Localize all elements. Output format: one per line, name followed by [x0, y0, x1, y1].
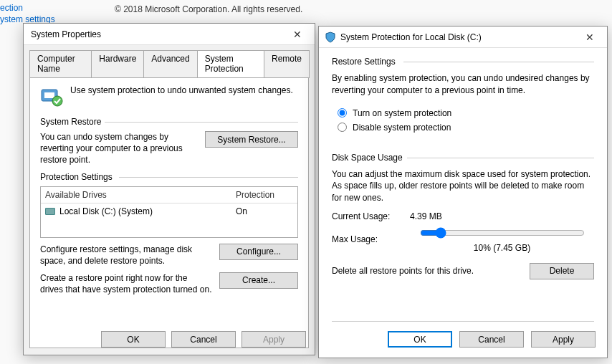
configure-desc: Configure restore settings, manage disk …: [40, 244, 212, 267]
system-protection-icon: [40, 85, 63, 108]
divider: [332, 321, 594, 322]
drive-name: Local Disk (C:) (System): [59, 206, 153, 216]
tab-remote[interactable]: Remote: [264, 50, 310, 78]
titlebar: System Protection for Local Disk (C:) ✕: [319, 27, 607, 48]
restore-settings-desc: By enabling system protection, you can u…: [332, 72, 594, 97]
tab-system-protection[interactable]: System Protection: [197, 50, 264, 78]
drive-list[interactable]: Available Drives Protection Local Disk (…: [40, 186, 298, 238]
radio-turn-on-input[interactable]: [338, 108, 347, 118]
radio-disable-label: Disable system protection: [353, 123, 451, 133]
configure-button[interactable]: Configure...: [219, 244, 298, 260]
apply-button[interactable]: Apply: [531, 331, 596, 348]
max-usage-display: 10% (7.45 GB): [474, 243, 530, 253]
group-system-restore: System Restore: [40, 117, 298, 127]
radio-turn-on[interactable]: Turn on system protection: [338, 108, 594, 118]
cancel-button[interactable]: Cancel: [459, 331, 524, 348]
close-icon[interactable]: ✕: [286, 29, 309, 40]
tab-advanced[interactable]: Advanced: [143, 50, 197, 78]
close-icon[interactable]: ✕: [578, 32, 601, 43]
radio-turn-on-label: Turn on system protection: [353, 108, 451, 118]
col-protection: Protection: [236, 190, 293, 200]
radio-disable-input[interactable]: [338, 123, 347, 132]
section-restore-settings: Restore Settings: [332, 57, 594, 67]
titlebar: System Properties ✕: [24, 24, 315, 45]
system-restore-button[interactable]: System Restore...: [205, 131, 298, 148]
tab-strip: Computer Name Hardware Advanced System P…: [24, 45, 315, 77]
tab-panel: Use system protection to undo unwanted s…: [29, 77, 309, 348]
system-restore-desc: You can undo system changes by reverting…: [40, 131, 198, 166]
cancel-button[interactable]: Cancel: [171, 331, 236, 348]
bg-link-1[interactable]: ection: [0, 3, 23, 13]
ok-button[interactable]: OK: [388, 331, 452, 348]
radio-disable[interactable]: Disable system protection: [338, 123, 594, 133]
delete-desc: Delete all restore points for this drive…: [332, 266, 474, 276]
max-usage-label: Max Usage:: [332, 234, 400, 244]
delete-button[interactable]: Delete: [530, 263, 594, 279]
create-desc: Create a restore point right now for the…: [40, 272, 212, 295]
current-usage-value: 4.39 MB: [410, 211, 442, 221]
create-button[interactable]: Create...: [219, 272, 298, 289]
max-usage-slider[interactable]: [420, 227, 585, 239]
intro-text: Use system protection to undo unwanted s…: [70, 85, 293, 95]
copyright-text: © 2018 Microsoft Corporation. All rights…: [115, 4, 302, 14]
system-protection-settings-dialog: System Protection for Local Disk (C:) ✕ …: [318, 26, 608, 358]
drive-row[interactable]: Local Disk (C:) (System) On: [41, 203, 297, 219]
dialog-title: System Protection for Local Disk (C:): [340, 32, 578, 42]
disk-icon: [45, 208, 55, 215]
dialog-title: System Properties: [31, 29, 286, 39]
drive-protection-status: On: [236, 206, 293, 216]
ok-button[interactable]: OK: [101, 331, 166, 348]
svg-rect-1: [44, 92, 54, 98]
apply-button: Apply: [242, 331, 306, 348]
shield-icon: [325, 32, 336, 43]
current-usage-label: Current Usage:: [332, 211, 400, 221]
tab-hardware[interactable]: Hardware: [91, 50, 144, 78]
group-protection-settings: Protection Settings: [40, 172, 298, 182]
section-disk-space: Disk Space Usage: [332, 153, 594, 163]
col-available-drives: Available Drives: [45, 190, 236, 200]
svg-point-2: [52, 96, 62, 106]
tab-computer-name[interactable]: Computer Name: [29, 50, 92, 78]
disk-space-desc: You can adjust the maximum disk space us…: [332, 168, 594, 204]
system-properties-dialog: System Properties ✕ Computer Name Hardwa…: [23, 23, 315, 355]
